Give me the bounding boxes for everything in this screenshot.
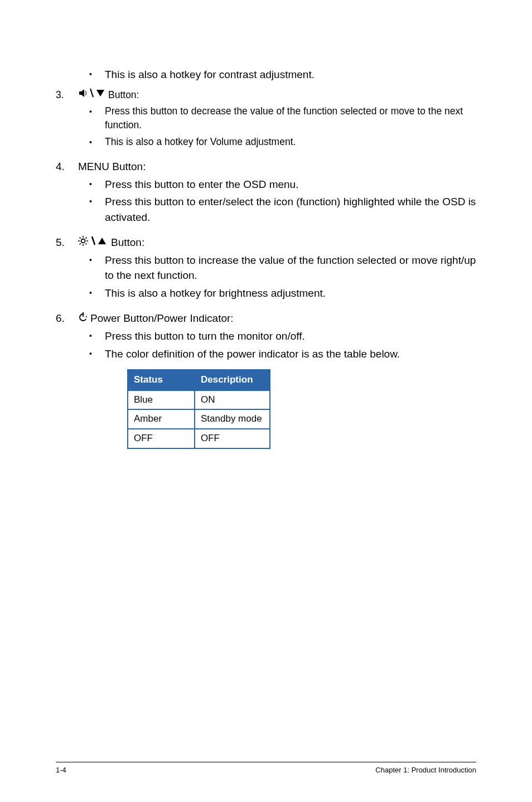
bullet-marker: • bbox=[89, 328, 105, 344]
bullet-marker: • bbox=[89, 104, 105, 133]
list-item-orphan: • This is also a hotkey for contrast adj… bbox=[56, 67, 476, 85]
list-item-3: 3. Button: • Press this button to decrea… bbox=[56, 88, 476, 152]
list-number: 4. bbox=[56, 159, 78, 227]
list-heading-3: Button: bbox=[78, 88, 476, 102]
power-indicator-table: Status Description Blue ON Amber Standby… bbox=[127, 369, 476, 449]
bullet-text: Press this button to enter the OSD menu. bbox=[105, 177, 476, 192]
table-cell: OFF bbox=[195, 429, 270, 448]
bullet-text: This is also a hotkey for brightness adj… bbox=[105, 286, 476, 301]
bullet-marker: • bbox=[89, 67, 105, 83]
button-label: Button: bbox=[108, 88, 139, 102]
svg-line-6 bbox=[85, 244, 86, 245]
list-heading-5: Button: bbox=[78, 235, 476, 250]
table-cell: ON bbox=[195, 390, 270, 410]
bullet-text: The color definition of the power indica… bbox=[105, 346, 476, 362]
button-label: Button: bbox=[111, 235, 144, 250]
svg-line-7 bbox=[80, 244, 81, 245]
bullet-marker: • bbox=[89, 286, 105, 301]
table-row: OFF OFF bbox=[128, 429, 270, 448]
list-item-5: 5. bbox=[56, 235, 476, 303]
list-number: 6. bbox=[56, 311, 78, 448]
bullet-text: Press this button to turn the monitor on… bbox=[105, 328, 476, 344]
bullet-marker: • bbox=[89, 346, 105, 362]
button-label: Power Button/Power Indicator: bbox=[90, 311, 234, 326]
list-heading-6: Power Button/Power Indicator: bbox=[78, 311, 476, 326]
table-cell: OFF bbox=[128, 429, 195, 448]
svg-line-5 bbox=[80, 238, 81, 239]
table-cell: Standby mode bbox=[195, 409, 270, 429]
bullet-text: This is also a hotkey for Volume adjustm… bbox=[105, 135, 476, 149]
bullet-text: This is also a hotkey for contrast adjus… bbox=[105, 67, 476, 83]
table-cell: Blue bbox=[128, 390, 195, 410]
page-number: 1-4 bbox=[56, 766, 66, 774]
volume-down-icon bbox=[78, 88, 106, 102]
brightness-up-icon bbox=[78, 235, 109, 250]
page-footer: 1-4 Chapter 1: Product Introduction bbox=[56, 762, 476, 774]
page-content: • This is also a hotkey for contrast adj… bbox=[56, 67, 476, 449]
list-number: 3. bbox=[56, 88, 78, 152]
table-header-status: Status bbox=[128, 370, 195, 390]
svg-point-0 bbox=[81, 239, 85, 243]
power-icon bbox=[78, 311, 88, 326]
svg-line-8 bbox=[85, 238, 86, 239]
chapter-title: Chapter 1: Product Introduction bbox=[375, 766, 476, 774]
list-item-4: 4. MENU Button: • Press this button to e… bbox=[56, 159, 476, 227]
list-heading-4: MENU Button: bbox=[78, 159, 476, 175]
bullet-marker: • bbox=[89, 177, 105, 192]
bullet-marker: • bbox=[89, 135, 105, 149]
table-header-description: Description bbox=[195, 370, 270, 390]
table-row: Blue ON bbox=[128, 390, 270, 410]
bullet-text: Press this button to increase the value … bbox=[105, 253, 476, 283]
bullet-marker: • bbox=[89, 253, 105, 283]
list-number: 5. bbox=[56, 235, 78, 303]
bullet-text: Press this button to decrease the value … bbox=[105, 104, 476, 133]
bullet-marker: • bbox=[89, 194, 105, 225]
list-item-6: 6. Power Button/Power Indicator: • Press… bbox=[56, 311, 476, 448]
button-label: MENU Button: bbox=[78, 159, 146, 175]
bullet-text: Press this button to enter/select the ic… bbox=[105, 194, 476, 225]
table-row: Amber Standby mode bbox=[128, 409, 270, 429]
table-cell: Amber bbox=[128, 409, 195, 429]
